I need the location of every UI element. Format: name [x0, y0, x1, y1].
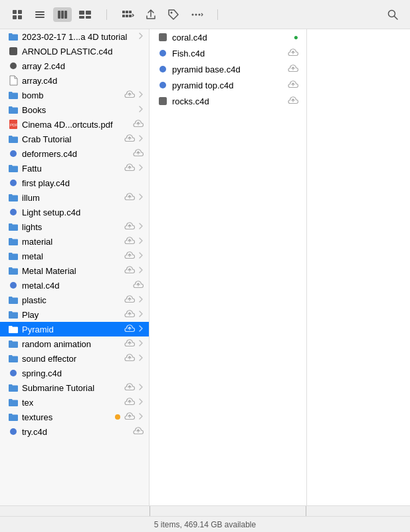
file-icon	[8, 163, 19, 174]
chevron-right-icon	[138, 105, 144, 114]
view-mode-group	[8, 7, 94, 22]
cloud-download-icon[interactable]	[133, 427, 144, 437]
list-item[interactable]: tex	[0, 395, 149, 410]
cloud-download-icon[interactable]	[124, 354, 135, 364]
list-item[interactable]: PDF Cinema 4D...ortcuts.pdf	[0, 117, 149, 132]
file-name: lights	[22, 222, 122, 232]
cloud-download-icon[interactable]	[288, 49, 298, 59]
icon-view-button[interactable]	[8, 7, 27, 22]
chevron-right-icon	[138, 90, 144, 100]
list-item[interactable]: pyramid base.c4d	[150, 61, 306, 77]
file-icon	[8, 295, 19, 305]
chevron-right-icon	[138, 266, 144, 275]
file-actions	[124, 310, 144, 320]
list-item[interactable]: Pyramid	[0, 322, 149, 336]
list-item[interactable]: material	[0, 234, 149, 249]
toolbar-sep-1	[106, 9, 107, 20]
chevron-right-icon	[138, 310, 144, 319]
chevron-right-icon	[138, 134, 144, 144]
cloud-download-icon[interactable]	[288, 80, 298, 90]
list-view-button[interactable]	[31, 7, 49, 22]
right-panel	[307, 29, 410, 505]
file-name: Pyramid	[22, 325, 122, 334]
list-item[interactable]: ARNOLD PLASTIC.c4d	[0, 44, 149, 59]
list-item[interactable]: try.c4d	[0, 424, 149, 439]
list-item[interactable]: Books	[0, 102, 149, 117]
tag-button[interactable]	[164, 7, 183, 22]
chevron-right-icon	[138, 354, 144, 363]
list-item[interactable]: Submarine Tutorial	[0, 380, 149, 395]
file-icon	[8, 134, 19, 144]
file-icon	[8, 236, 19, 247]
list-item[interactable]: Crab Tutorial	[0, 132, 149, 146]
list-item[interactable]: rocks.c4d	[150, 93, 306, 109]
toolbar	[0, 0, 410, 29]
cloud-download-icon[interactable]	[124, 164, 135, 174]
file-name: Fish.c4d	[172, 49, 288, 59]
cloud-download-icon[interactable]	[133, 281, 144, 291]
share-button[interactable]	[142, 7, 160, 22]
cloud-download-icon[interactable]	[133, 149, 144, 159]
file-actions	[124, 339, 144, 349]
list-item[interactable]: array.c4d	[0, 73, 149, 88]
list-item[interactable]: metal.c4d	[0, 278, 149, 293]
list-item[interactable]: random animation	[0, 336, 149, 351]
list-item[interactable]: illum	[0, 190, 149, 205]
list-item[interactable]: 2023-02-17 1...a 4D tutorial	[0, 29, 149, 44]
list-item[interactable]: Light setup.c4d	[0, 205, 149, 219]
list-item[interactable]: spring.c4d	[0, 366, 149, 380]
cloud-download-icon[interactable]	[124, 412, 135, 422]
cloud-download-icon[interactable]	[133, 120, 144, 130]
svg-rect-13	[86, 16, 91, 19]
cloud-download-icon[interactable]	[124, 193, 135, 203]
cloud-download-icon[interactable]	[124, 251, 135, 261]
cloud-download-icon[interactable]	[124, 295, 135, 305]
chevron-right-icon	[138, 251, 144, 261]
cloud-download-icon[interactable]	[124, 237, 135, 247]
cloud-download-icon[interactable]	[288, 65, 298, 74]
cloud-download-icon[interactable]	[124, 90, 135, 100]
file-actions	[124, 398, 144, 408]
cloud-download-icon[interactable]	[124, 383, 135, 393]
chevron-right-icon	[138, 325, 144, 334]
cloud-download-icon[interactable]	[288, 96, 298, 106]
file-icon	[8, 426, 19, 437]
cloud-download-icon[interactable]	[124, 339, 135, 349]
chevron-right-icon	[138, 237, 144, 246]
gallery-view-button[interactable]	[76, 7, 94, 22]
list-item[interactable]: array 2.c4d	[0, 59, 149, 73]
grid-action-button[interactable]	[119, 7, 138, 22]
more-button[interactable]	[187, 7, 205, 22]
list-item[interactable]: pyramid top.c4d	[150, 77, 306, 93]
file-actions	[124, 251, 144, 261]
svg-rect-8	[61, 11, 64, 19]
cloud-download-icon[interactable]	[124, 398, 135, 408]
file-actions	[124, 164, 144, 174]
cloud-download-icon[interactable]	[124, 134, 135, 144]
search-button[interactable]	[383, 7, 402, 22]
list-item[interactable]: plastic	[0, 293, 149, 307]
file-name: illum	[22, 193, 122, 203]
list-item[interactable]: sound effector	[0, 351, 149, 366]
cloud-download-icon[interactable]	[124, 222, 135, 232]
list-item[interactable]: first play.c4d	[0, 176, 149, 190]
list-item[interactable]: Fattu	[0, 161, 149, 176]
list-item[interactable]: lights	[0, 219, 149, 234]
cloud-download-icon[interactable]	[124, 266, 135, 276]
list-item[interactable]: coral.c4d ●	[150, 29, 306, 45]
file-name: coral.c4d	[172, 33, 290, 43]
file-icon	[8, 412, 19, 422]
cloud-download-icon[interactable]	[124, 325, 135, 334]
list-item[interactable]: Metal Material	[0, 263, 149, 278]
column-view-button[interactable]	[53, 7, 72, 22]
svg-text:PDF: PDF	[10, 123, 18, 127]
list-item[interactable]: bomb	[0, 88, 149, 102]
cloud-download-icon[interactable]	[124, 310, 135, 320]
list-item[interactable]: metal	[0, 249, 149, 263]
list-item[interactable]: deformers.c4d	[0, 146, 149, 161]
list-item[interactable]: textures	[0, 410, 149, 424]
file-icon	[8, 46, 19, 57]
list-item[interactable]: Play	[0, 307, 149, 322]
list-item[interactable]: Fish.c4d	[150, 45, 306, 61]
file-icon	[8, 31, 19, 42]
